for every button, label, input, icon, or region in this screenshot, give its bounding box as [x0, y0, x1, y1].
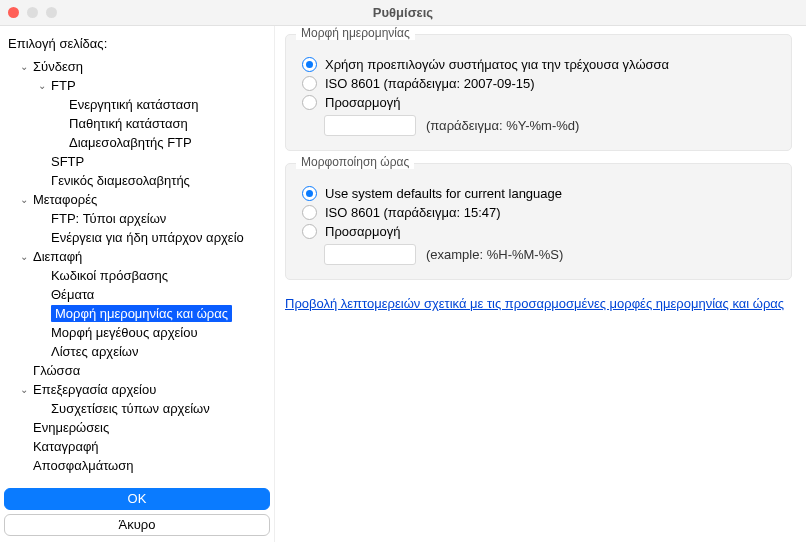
chevron-down-icon[interactable]: ⌄	[36, 80, 48, 91]
date-custom-input[interactable]	[324, 115, 416, 136]
time-system-label: Use system defaults for current language	[325, 186, 562, 201]
date-format-legend: Μορφή ημερομηνίας	[296, 26, 415, 40]
tree-item-label: Μορφή ημερομηνίας και ώρας	[51, 305, 232, 322]
tree-item-label: Ενέργεια για ήδη υπάρχον αρχείο	[51, 230, 244, 245]
tree-item[interactable]: ⌄Σύνδεση	[0, 57, 270, 76]
tree-item[interactable]: ⌄FTP	[0, 76, 270, 95]
tree-item-label: Κωδικοί πρόσβασης	[51, 268, 168, 283]
tree-item[interactable]: Μορφή μεγέθους αρχείου	[0, 323, 270, 342]
tree-item[interactable]: Μορφή ημερομηνίας και ώρας	[0, 304, 270, 323]
tree-item[interactable]: FTP: Τύποι αρχείων	[0, 209, 270, 228]
tree-item[interactable]: Ενέργεια για ήδη υπάρχον αρχείο	[0, 228, 270, 247]
tree-item-label: Μορφή μεγέθους αρχείου	[51, 325, 198, 340]
time-custom-label: Προσαρμογή	[325, 224, 400, 239]
ok-button[interactable]: OK	[4, 488, 270, 510]
chevron-down-icon[interactable]: ⌄	[18, 194, 30, 205]
close-window-button[interactable]	[8, 7, 19, 18]
tree-item-label: Θέματα	[51, 287, 94, 302]
tree-item[interactable]: ⌄Επεξεργασία αρχείου	[0, 380, 270, 399]
chevron-down-icon[interactable]: ⌄	[18, 251, 30, 262]
tree-item-label: Παθητική κατάσταση	[69, 116, 188, 131]
tree-item-label: Διαμεσολαβητής FTP	[69, 135, 192, 150]
tree-item-label: Γλώσσα	[33, 363, 80, 378]
tree-item[interactable]: Θέματα	[0, 285, 270, 304]
sidebar-header: Επιλογή σελίδας:	[0, 26, 274, 57]
minimize-window-button[interactable]	[27, 7, 38, 18]
tree-item[interactable]: SFTP	[0, 152, 270, 171]
time-system-radio[interactable]	[302, 186, 317, 201]
tree-item-label: Ενεργητική κατάσταση	[69, 97, 199, 112]
tree-item-label: Αποσφαλμάτωση	[33, 458, 134, 473]
chevron-down-icon[interactable]: ⌄	[18, 384, 30, 395]
sidebar: Επιλογή σελίδας: ⌄Σύνδεση⌄FTPΕνεργητική …	[0, 26, 275, 542]
time-format-legend: Μορφοποίηση ώρας	[296, 155, 414, 169]
date-format-group: Μορφή ημερομηνίας Χρήση προεπιλογών συστ…	[285, 34, 792, 151]
date-system-label: Χρήση προεπιλογών συστήματος για την τρέ…	[325, 57, 669, 72]
tree-item[interactable]: ⌄Διεπαφή	[0, 247, 270, 266]
tree-item-label: Σύνδεση	[33, 59, 83, 74]
tree-item[interactable]: ⌄Μεταφορές	[0, 190, 270, 209]
tree-item[interactable]: Παθητική κατάσταση	[0, 114, 270, 133]
date-custom-hint: (παράδειγμα: %Y-%m-%d)	[426, 118, 579, 133]
time-custom-input[interactable]	[324, 244, 416, 265]
date-system-radio[interactable]	[302, 57, 317, 72]
tree-item[interactable]: Ενεργητική κατάσταση	[0, 95, 270, 114]
tree-item[interactable]: Γλώσσα	[0, 361, 270, 380]
tree-item-label: FTP	[51, 78, 76, 93]
tree-item[interactable]: Αποσφαλμάτωση	[0, 456, 270, 475]
time-custom-radio[interactable]	[302, 224, 317, 239]
maximize-window-button[interactable]	[46, 7, 57, 18]
tree-item-label: Ενημερώσεις	[33, 420, 109, 435]
main-panel: Μορφή ημερομηνίας Χρήση προεπιλογών συστ…	[275, 26, 806, 542]
tree-item[interactable]: Ενημερώσεις	[0, 418, 270, 437]
time-iso-radio[interactable]	[302, 205, 317, 220]
date-custom-radio[interactable]	[302, 95, 317, 110]
tree-item-label: Λίστες αρχείων	[51, 344, 138, 359]
tree-item-label: Συσχετίσεις τύπων αρχείων	[51, 401, 210, 416]
date-custom-label: Προσαρμογή	[325, 95, 400, 110]
tree-item-label: Μεταφορές	[33, 192, 97, 207]
window-title: Ρυθμίσεις	[0, 5, 806, 20]
date-iso-label: ISO 8601 (παράδειγμα: 2007-09-15)	[325, 76, 535, 91]
time-format-group: Μορφοποίηση ώρας Use system defaults for…	[285, 163, 792, 280]
time-iso-label: ISO 8601 (παράδειγμα: 15:47)	[325, 205, 501, 220]
tree-item-label: Επεξεργασία αρχείου	[33, 382, 156, 397]
chevron-down-icon[interactable]: ⌄	[18, 61, 30, 72]
date-iso-radio[interactable]	[302, 76, 317, 91]
tree-item[interactable]: Διαμεσολαβητής FTP	[0, 133, 270, 152]
tree-item-label: Γενικός διαμεσολαβητής	[51, 173, 190, 188]
custom-format-details-link[interactable]: Προβολή λεπτομερειών σχετικά με τις προσ…	[285, 296, 784, 311]
cancel-button[interactable]: Άκυρο	[4, 514, 270, 536]
tree-item[interactable]: Λίστες αρχείων	[0, 342, 270, 361]
page-tree: ⌄Σύνδεση⌄FTPΕνεργητική κατάστασηΠαθητική…	[0, 57, 274, 480]
traffic-lights	[8, 7, 57, 18]
time-custom-hint: (example: %H-%M-%S)	[426, 247, 563, 262]
tree-item-label: SFTP	[51, 154, 84, 169]
tree-item[interactable]: Συσχετίσεις τύπων αρχείων	[0, 399, 270, 418]
tree-item-label: Διεπαφή	[33, 249, 82, 264]
tree-item[interactable]: Καταγραφή	[0, 437, 270, 456]
titlebar: Ρυθμίσεις	[0, 0, 806, 26]
tree-item-label: Καταγραφή	[33, 439, 99, 454]
tree-item[interactable]: Κωδικοί πρόσβασης	[0, 266, 270, 285]
tree-item-label: FTP: Τύποι αρχείων	[51, 211, 166, 226]
tree-item[interactable]: Γενικός διαμεσολαβητής	[0, 171, 270, 190]
